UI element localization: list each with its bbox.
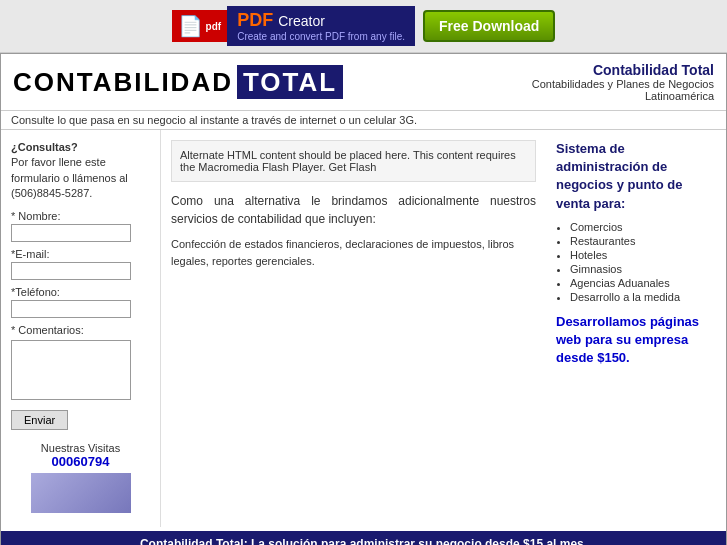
pdf-sub-text: Create and convert PDF from any file. (237, 31, 405, 42)
right-panel: Sistema de administración de negocios y … (546, 130, 726, 527)
features-list: Comercios Restaurantes Hoteles Gimnasios… (556, 221, 716, 303)
banner: 📄 pdf PDF Creator Create and convert PDF… (0, 0, 727, 53)
label-comments: * Comentarios: (11, 324, 150, 336)
pdf-creator-brand: PDF Creator (237, 10, 405, 31)
feature-item-3: Hoteles (570, 249, 716, 261)
bottom-banner: Contabilidad Total: La solución para adm… (1, 531, 726, 545)
pdf-brand-text: pdf (206, 21, 222, 32)
site-title: Contabilidad Total (532, 62, 714, 78)
feature-item-2: Restaurantes (570, 235, 716, 247)
visits-image (31, 473, 131, 513)
feature-item-4: Gimnasios (570, 263, 716, 275)
content-area: ¿Consultas? Por favor llene este formula… (1, 130, 726, 527)
pdf-icon: 📄 (178, 14, 203, 38)
pdf-middle-block: PDF Creator Create and convert PDF from … (227, 6, 415, 46)
main-container: ContabilidadTotal Contabilidad Total Con… (0, 53, 727, 545)
label-name: * Nombre: (11, 210, 150, 222)
flash-notice: Alternate HTML content should be placed … (171, 140, 536, 182)
header-right: Contabilidad Total Contabilidades y Plan… (532, 62, 714, 102)
site-logo: ContabilidadTotal (13, 67, 343, 98)
input-comments[interactable] (11, 340, 131, 400)
feature-item-1: Comercios (570, 221, 716, 233)
consult-label: ¿Consultas? (11, 141, 78, 153)
input-name[interactable] (11, 224, 131, 242)
send-button[interactable]: Enviar (11, 410, 68, 430)
feature-item-5: Agencias Aduanales (570, 277, 716, 289)
feature-item-6: Desarrollo a la medida (570, 291, 716, 303)
visits-label: Nuestras Visitas (11, 442, 150, 454)
input-email[interactable] (11, 262, 131, 280)
system-title: Sistema de administración de negocios y … (556, 140, 716, 213)
site-sub1: Contabilidades y Planes de Negocios (532, 78, 714, 90)
logo-part2: Total (237, 65, 343, 99)
tagline: Consulte lo que pasa en su negocio al in… (1, 111, 726, 130)
pdf-logo: 📄 pdf (172, 10, 228, 42)
consult-text: ¿Consultas? Por favor llene este formula… (11, 140, 150, 202)
input-phone[interactable] (11, 300, 131, 318)
label-email: *E-mail: (11, 248, 150, 260)
visits-block: Nuestras Visitas 00060794 (11, 442, 150, 513)
logo-part1: Contabilidad (13, 67, 233, 97)
consult-detail: Por favor llene este formulario o llámen… (11, 156, 128, 199)
free-download-button[interactable]: Free Download (423, 10, 555, 42)
left-sidebar: ¿Consultas? Por favor llene este formula… (1, 130, 161, 527)
web-promo: Desarrollamos páginas web para su empres… (556, 313, 716, 368)
label-phone: *Teléfono: (11, 286, 150, 298)
site-sub2: Latinoamérica (532, 90, 714, 102)
services-detail: Confección de estados financieros, decla… (171, 236, 536, 269)
visits-counter: 00060794 (11, 454, 150, 469)
services-intro: Como una alternativa le brindamos adicio… (171, 192, 536, 228)
middle-content: Alternate HTML content should be placed … (161, 130, 546, 527)
site-header: ContabilidadTotal Contabilidad Total Con… (1, 54, 726, 111)
services-intro-text: Como una alternativa le brindamos adicio… (171, 194, 536, 226)
